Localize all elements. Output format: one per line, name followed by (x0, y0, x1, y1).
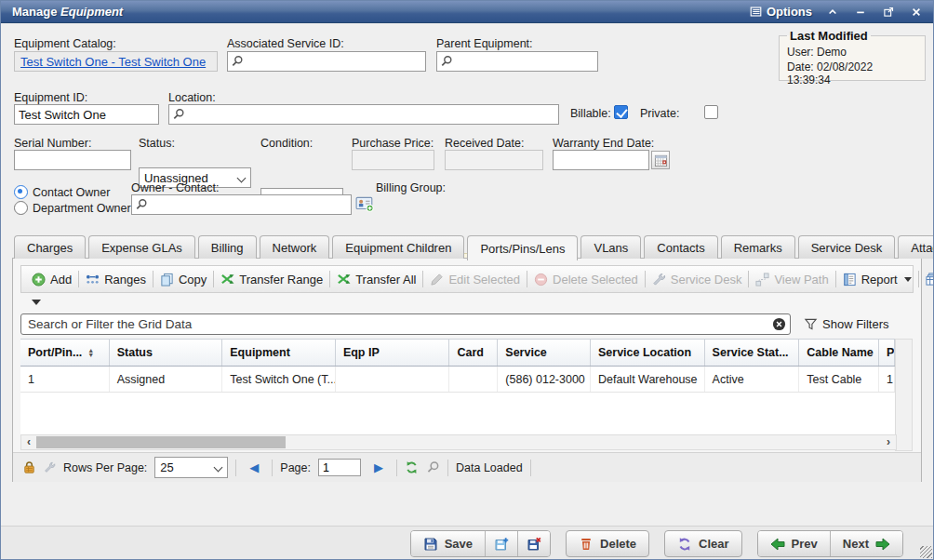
associated-service-id-input[interactable] (227, 51, 426, 72)
last-modified-date: Date: 02/08/2022 13:39:34 (787, 60, 917, 87)
add-icon (32, 273, 46, 287)
save-close-icon (527, 537, 541, 552)
tab-contacts[interactable]: Contacts (644, 235, 717, 259)
copy-icon (160, 273, 174, 287)
transfer-range-button[interactable]: Transfer Range (214, 269, 329, 289)
search-icon (135, 198, 148, 211)
tab-attachments[interactable]: Attachments (898, 235, 934, 259)
funnel-icon (804, 317, 818, 331)
page-number-input[interactable] (318, 459, 361, 476)
delete-button[interactable]: Delete (566, 530, 649, 557)
add-button[interactable]: Add (25, 269, 78, 289)
popout-button[interactable] (881, 5, 896, 20)
tab-service-desk[interactable]: Service Desk (798, 235, 896, 259)
resize-grip[interactable] (920, 546, 932, 558)
transfer-range-icon (220, 273, 234, 287)
minimize-button[interactable] (853, 5, 868, 20)
associated-service-id-label: Associated Service ID: (227, 37, 344, 50)
pager-settings-wrench-icon[interactable] (44, 461, 56, 473)
bottom-action-bar: Save Delete Clear Prev Next (1, 526, 933, 560)
private-checkbox[interactable] (704, 105, 718, 119)
equipment-id-input[interactable] (14, 104, 159, 125)
options-icon (750, 6, 762, 18)
column-header-p[interactable]: P (879, 340, 895, 366)
tab-network[interactable]: Network (260, 235, 330, 259)
scroll-left-arrow[interactable]: ‹ (21, 436, 36, 448)
calendar-picker-button[interactable] (651, 151, 670, 169)
tab-remarks[interactable]: Remarks (721, 235, 795, 259)
grid-cell: 1 (20, 367, 110, 392)
trash-icon (579, 537, 594, 552)
column-header-port-pin[interactable]: Port/Pin...▲▼ (20, 340, 110, 366)
delete-selected-icon (534, 273, 548, 287)
tab-ports-pins-lens[interactable]: Ports/Pins/Lens (467, 235, 578, 260)
perspectives-button[interactable]: Perspectives (919, 269, 934, 289)
department-owner-radio-row[interactable]: Department Owner (14, 201, 131, 215)
delete-selected-button: Delete Selected (527, 269, 645, 289)
equipment-catalog-link[interactable]: Test Switch One - Test Switch One (20, 55, 206, 69)
column-header-service[interactable]: Service (498, 340, 591, 366)
collapse-button[interactable] (825, 5, 840, 20)
previous-page-button[interactable]: ◀ (244, 460, 264, 474)
vertical-scrollbar[interactable] (895, 339, 913, 451)
column-header-eqp-ip[interactable]: Eqp IP (336, 340, 450, 366)
close-button[interactable] (909, 5, 924, 20)
scroll-right-arrow[interactable]: › (881, 436, 896, 448)
clear-search-icon[interactable] (772, 317, 786, 331)
tab-billing[interactable]: Billing (198, 235, 257, 259)
next-page-button[interactable]: ▶ (368, 460, 389, 474)
column-header-card[interactable]: Card (449, 340, 498, 366)
parent-equipment-input[interactable] (436, 51, 598, 72)
column-header-cable-name[interactable]: Cable Name (799, 340, 879, 366)
grid-cell: (586) 012-3000 (498, 367, 591, 392)
refresh-icon[interactable] (405, 460, 419, 474)
clear-icon (677, 537, 692, 552)
status-label: Status: (139, 137, 175, 150)
table-row[interactable]: 1AssignedTest Switch One (T...(586) 012-… (20, 367, 895, 393)
transfer-all-button[interactable]: Transfer All (330, 269, 422, 289)
prev-button[interactable]: Prev (758, 531, 831, 556)
lock-icon[interactable] (22, 460, 36, 474)
perspectives-icon (926, 273, 934, 287)
condition-label: Condition: (260, 137, 313, 150)
column-header-service-location[interactable]: Service Location (591, 340, 705, 366)
horizontal-scrollbar[interactable]: ‹ › (20, 434, 897, 450)
rows-per-page-select[interactable]: 25 (154, 457, 228, 478)
grid-cell: Default Warehouse (591, 367, 705, 392)
column-header-service-stat[interactable]: Service Stat... (705, 340, 800, 366)
owner-contact-input[interactable] (131, 194, 352, 215)
save-button[interactable]: Save (411, 531, 486, 556)
ranges-button[interactable]: Ranges (79, 269, 153, 289)
purchase-price-input (352, 150, 434, 170)
magnifier-icon[interactable] (426, 460, 440, 474)
grid-pager: Rows Per Page: 25 ◀ Page: ▶ Data Loaded (13, 452, 921, 482)
scrollbar-thumb[interactable] (36, 436, 286, 448)
tab-charges[interactable]: Charges (14, 235, 86, 259)
location-input[interactable] (168, 104, 559, 125)
tab-equipment-children[interactable]: Equipment Children (332, 235, 464, 259)
title-bar[interactable]: Manage Equipment Options (1, 1, 933, 23)
clear-button[interactable]: Clear (664, 530, 742, 557)
report-button[interactable]: Report (836, 269, 918, 289)
options-button[interactable]: Options (750, 5, 812, 19)
department-owner-radio[interactable] (14, 201, 28, 215)
show-filters-button[interactable]: Show Filters (804, 317, 889, 331)
next-button[interactable]: Next (831, 531, 902, 556)
column-header-equipment[interactable]: Equipment (222, 340, 336, 366)
grid-search-input[interactable] (20, 313, 791, 335)
grid-cell (336, 367, 450, 392)
contact-owner-radio[interactable] (14, 185, 28, 199)
manage-equipment-window: Manage Equipment Options Equipment Catal… (0, 0, 934, 560)
tab-expense-glas[interactable]: Expense GLAs (88, 235, 195, 259)
add-contact-button[interactable] (355, 195, 374, 212)
column-header-status[interactable]: Status (110, 340, 223, 366)
warranty-end-date-input[interactable] (553, 150, 649, 170)
tab-vlans[interactable]: VLans (580, 235, 641, 259)
toolbar-overflow-toggle[interactable] (30, 297, 47, 308)
save-and-new-button[interactable] (486, 531, 518, 556)
copy-button[interactable]: Copy (153, 269, 213, 289)
contact-owner-radio-row[interactable]: Contact Owner (14, 185, 110, 199)
serial-number-input[interactable] (14, 150, 131, 170)
billable-checkbox[interactable] (614, 105, 628, 119)
save-and-close-button[interactable] (518, 531, 550, 556)
